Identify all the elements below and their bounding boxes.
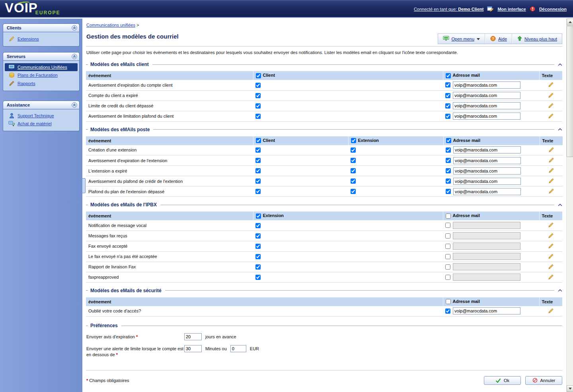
extension-checkbox[interactable] [351,158,356,163]
deconnexion-link[interactable]: Déconnexion [539,7,567,12]
scroll-down-button[interactable] [567,385,573,392]
texte-pencil-icon[interactable] [548,274,554,280]
client-checkbox[interactable] [255,189,261,194]
texte-pencil-icon[interactable] [548,113,554,119]
texte-pencil-icon[interactable] [548,188,554,194]
limit-eur-input[interactable] [230,345,246,352]
extension-checkbox[interactable] [351,168,356,173]
section-collapse-icon[interactable] [558,63,562,66]
adresse-mail-input[interactable] [453,167,521,175]
adresse-mail-header-checkbox[interactable] [446,213,451,219]
adresse-mail-checkbox[interactable] [445,309,450,314]
adresse-mail-checkbox[interactable] [445,275,450,280]
sidebar-item-communications-unifiees[interactable]: Communications Unifiées [5,63,78,71]
extension-checkbox[interactable] [255,233,261,239]
open-menu-button[interactable]: Open menu [438,34,485,44]
adresse-mail-input[interactable] [453,188,521,195]
texte-pencil-icon[interactable] [548,308,554,314]
texte-pencil-icon[interactable] [548,178,554,184]
section-collapse-icon[interactable] [558,128,562,131]
extension-checkbox[interactable] [351,179,356,184]
adresse-mail-checkbox[interactable] [445,114,450,119]
texte-pencil-icon[interactable] [548,82,554,87]
adresse-mail-checkbox[interactable] [446,147,451,153]
texte-pencil-icon[interactable] [548,253,554,259]
adresse-mail-checkbox[interactable] [445,103,450,109]
panel-collapse-icon[interactable] [72,54,77,59]
scroll-up-button[interactable] [567,19,573,25]
adresse-mail-header-checkbox[interactable] [446,299,451,304]
sidebar-item-achat-de-materiel[interactable]: Achat de matériel [5,120,78,128]
breadcrumb-link[interactable]: Communications unifiées [86,23,135,27]
texte-pencil-icon[interactable] [548,222,554,228]
limit-minutes-input[interactable] [184,345,202,352]
texte-pencil-icon[interactable] [548,157,554,163]
client-checkbox[interactable] [255,83,261,88]
adresse-mail-input[interactable] [453,92,520,99]
adresse-mail-checkbox[interactable] [445,264,450,270]
adresse-mail-input[interactable] [453,102,520,109]
adresse-mail-checkbox[interactable] [445,233,450,239]
sidebar-item-support-technique[interactable]: Support Technique [5,112,78,120]
client-checkbox[interactable] [255,179,261,184]
sidebar-item-rapports[interactable]: Rapports [5,79,78,87]
adresse-mail-header-checkbox[interactable] [446,73,451,78]
extension-checkbox[interactable] [255,264,261,270]
extension-checkbox[interactable] [351,147,356,153]
ok-button[interactable]: Ok [484,376,521,385]
adresse-mail-checkbox[interactable] [446,168,451,173]
client-header-checkbox[interactable] [256,73,261,78]
adresse-mail-checkbox[interactable] [445,254,450,259]
scrollbar-thumb[interactable] [567,26,573,157]
extension-header-checkbox[interactable] [351,138,356,143]
extension-checkbox[interactable] [255,254,261,259]
extension-checkbox[interactable] [351,189,356,194]
adresse-mail-checkbox[interactable] [446,189,451,194]
section-collapse-icon[interactable] [558,289,562,292]
sidebar-item-extensions[interactable]: Extensions [5,35,78,43]
panel-collapse-icon[interactable] [72,25,77,31]
texte-pencil-icon[interactable] [548,92,554,98]
section-collapse-icon[interactable] [558,204,562,206]
adresse-mail-input[interactable] [453,82,520,89]
client-checkbox[interactable] [255,158,261,163]
client-checkbox[interactable] [255,168,261,173]
client-checkbox[interactable] [255,93,261,98]
extension-checkbox[interactable] [255,223,261,228]
extension-checkbox[interactable] [255,244,261,249]
adresse-mail-checkbox[interactable] [446,179,451,184]
client-header-checkbox[interactable] [256,138,261,143]
vertical-scrollbar[interactable] [566,19,573,392]
client-checkbox[interactable] [255,147,261,153]
adresse-mail-checkbox[interactable] [445,244,450,249]
client-checkbox[interactable] [255,103,261,109]
adresse-mail-input[interactable] [453,146,521,153]
adresse-mail-input[interactable] [453,157,521,164]
texte-pencil-icon[interactable] [548,147,554,153]
texte-pencil-icon[interactable] [548,233,554,239]
adresse-mail-checkbox[interactable] [445,93,450,98]
adresse-mail-input[interactable] [453,307,520,314]
adresse-mail-header-checkbox[interactable] [446,138,451,143]
extension-header-checkbox[interactable] [256,213,261,219]
adresse-mail-input[interactable] [453,178,521,185]
expiry-days-input[interactable] [184,333,202,340]
client-checkbox[interactable] [255,114,261,119]
adresse-mail-checkbox[interactable] [445,223,450,228]
panel-collapse-icon[interactable] [72,102,77,108]
texte-pencil-icon[interactable] [548,167,554,173]
mon-interface-link[interactable]: Mon interface [497,7,526,12]
adresse-mail-input[interactable] [453,113,520,120]
adresse-mail-checkbox[interactable] [445,82,450,87]
aide-button[interactable]: ? Aide [485,34,512,44]
sidebar-item-plans-de-facturation[interactable]: Plans de Facturation [5,71,78,79]
annuler-button[interactable]: Annuler [525,376,562,385]
adresse-mail-checkbox[interactable] [446,158,451,163]
texte-pencil-icon[interactable] [548,264,554,270]
extension-checkbox[interactable] [255,275,261,280]
niveau-plus-haut-button[interactable]: Niveau plus haut [512,34,562,44]
connected-as-link[interactable]: Connecté en tant que: Demo Client [414,7,484,12]
texte-pencil-icon[interactable] [548,103,554,109]
texte-pencil-icon[interactable] [548,243,554,249]
sidebar-collapse-handle[interactable] [82,178,86,193]
